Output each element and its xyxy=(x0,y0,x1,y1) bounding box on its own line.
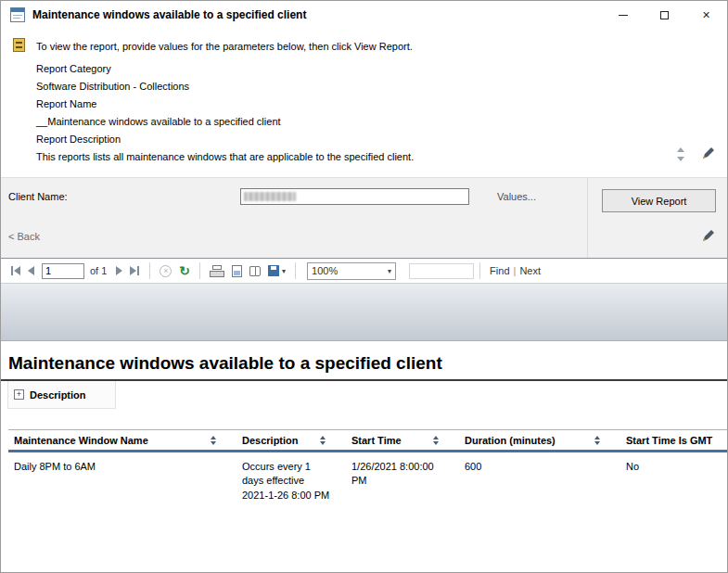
note-icon xyxy=(13,38,25,52)
page-setup-icon xyxy=(249,266,261,276)
page-count-label: of 1 xyxy=(90,265,107,276)
window-title: Maintenance windows available to a speci… xyxy=(32,8,306,21)
toolbar-separator xyxy=(149,262,150,279)
sort-icon[interactable] xyxy=(433,436,439,445)
refresh-button[interactable]: ↻ xyxy=(175,261,194,280)
minimize-button[interactable] xyxy=(602,1,644,29)
back-link[interactable]: < Back xyxy=(8,231,40,242)
stop-button[interactable]: × xyxy=(156,261,175,280)
report-header-band xyxy=(1,284,727,341)
column-header-start-time-is-gmt[interactable]: Start Time Is GMT xyxy=(620,430,727,450)
report-window: Maintenance windows available to a speci… xyxy=(0,0,728,573)
prev-page-button[interactable] xyxy=(24,261,38,280)
pen-icon xyxy=(701,147,714,160)
panel-divider xyxy=(587,178,588,258)
sort-icon[interactable] xyxy=(211,436,216,445)
report-description-value: This reports lists all maintenance windo… xyxy=(36,148,414,166)
sort-icon[interactable] xyxy=(320,436,326,445)
expand-plus-icon[interactable]: + xyxy=(14,389,24,400)
page-setup-button[interactable] xyxy=(246,261,264,280)
parameter-panel: Client Name: Values... View Report < Bac… xyxy=(1,177,727,258)
zoom-value: 100% xyxy=(312,265,338,276)
dropdown-caret-icon: ▾ xyxy=(282,267,286,275)
view-report-button[interactable]: View Report xyxy=(602,189,716,212)
report-table: Maintenance Window Name Description Star… xyxy=(8,429,727,503)
report-category-value: Software Distribution - Collections xyxy=(36,78,414,96)
next-match-button[interactable]: Next xyxy=(519,265,541,276)
report-viewer: of 1 × ↻ ▾ 100% ▾ Find | Next Ma xyxy=(1,258,727,572)
close-button[interactable]: × xyxy=(685,1,727,29)
description-expander[interactable]: + Description xyxy=(7,381,116,409)
scroll-up-icon[interactable] xyxy=(677,147,684,152)
table-header-row: Maintenance Window Name Description Star… xyxy=(8,429,727,452)
report-page: Maintenance windows available to a speci… xyxy=(1,341,727,571)
cell-maintenance-window-name: Daily 8PM to 6AM xyxy=(8,460,236,503)
first-page-button[interactable] xyxy=(6,261,24,280)
report-info-panel: To view the report, provide values for t… xyxy=(1,29,727,177)
maximize-button[interactable] xyxy=(644,1,685,29)
report-name-label: Report Name xyxy=(36,96,414,113)
report-description-label: Report Description xyxy=(36,131,414,148)
table-row: Daily 8PM to 6AM Occurs every 1 days eff… xyxy=(8,452,727,503)
cell-start-time-is-gmt: No xyxy=(620,460,727,503)
scroll-down-icon[interactable] xyxy=(677,157,684,161)
printer-icon xyxy=(210,265,224,277)
find-next-divider: | xyxy=(514,265,517,276)
toolbar-separator xyxy=(199,262,200,279)
last-page-button[interactable] xyxy=(126,261,144,280)
titlebar: Maintenance windows available to a speci… xyxy=(1,1,727,29)
find-button[interactable]: Find xyxy=(490,265,509,276)
export-button[interactable]: ▾ xyxy=(264,261,289,280)
cell-description: Occurs every 1 days effective 2021-1-26 … xyxy=(236,460,346,503)
refresh-icon: ↻ xyxy=(179,264,190,277)
export-save-icon xyxy=(268,265,279,276)
values-link[interactable]: Values... xyxy=(497,191,536,202)
sort-icon[interactable] xyxy=(594,436,600,445)
print-button[interactable] xyxy=(206,261,228,280)
cell-start-time: 1/26/2021 8:00:00 PM xyxy=(346,460,459,503)
instruction-text: To view the report, provide values for t… xyxy=(36,41,413,52)
column-header-duration[interactable]: Duration (minutes) xyxy=(459,430,620,450)
app-icon xyxy=(10,7,25,22)
dropdown-caret-icon: ▾ xyxy=(388,267,391,275)
next-page-button[interactable] xyxy=(112,261,126,280)
report-title-block: Maintenance windows available to a speci… xyxy=(1,341,727,381)
client-name-field-wrap xyxy=(240,188,469,205)
report-category-label: Report Category xyxy=(36,60,414,78)
report-name-value: __Maintenance windows available to a spe… xyxy=(36,113,414,131)
cell-duration: 600 xyxy=(459,460,620,503)
report-title: Maintenance windows available to a speci… xyxy=(8,353,727,374)
toolbar-separator xyxy=(295,262,296,279)
pen-icon xyxy=(701,230,714,243)
client-name-input[interactable] xyxy=(240,188,469,205)
zoom-select[interactable]: 100% ▾ xyxy=(307,262,396,280)
column-header-maintenance-window-name[interactable]: Maintenance Window Name xyxy=(8,430,236,450)
description-label: Description xyxy=(30,389,86,401)
page-number-input[interactable] xyxy=(42,263,84,279)
toolbar-separator xyxy=(479,262,480,279)
client-name-label: Client Name: xyxy=(8,191,68,202)
report-toolbar: of 1 × ↻ ▾ 100% ▾ Find | Next xyxy=(1,259,727,284)
print-layout-icon xyxy=(232,265,242,277)
column-header-description[interactable]: Description xyxy=(236,430,346,450)
print-layout-button[interactable] xyxy=(228,261,246,280)
column-header-start-time[interactable]: Start Time xyxy=(346,430,459,450)
stop-icon: × xyxy=(160,265,172,277)
find-input[interactable] xyxy=(409,263,474,279)
